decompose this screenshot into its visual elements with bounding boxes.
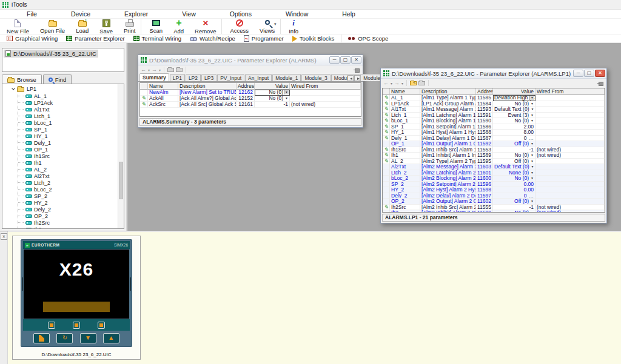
value-cell[interactable]: None (0)	[493, 170, 535, 176]
parameter-row[interactable]: NewAlm [New Alarm] Set to TRUE or 12162 …	[140, 90, 361, 96]
panel-grip[interactable]: ✕	[0, 231, 8, 364]
value-cell[interactable]: 0	[493, 136, 535, 142]
parameter-row[interactable]: SP_1 [Alm1 Setpoint] Alarm 1 Setp 11586 …	[383, 124, 605, 130]
toolbar-button[interactable]: Load	[70, 19, 94, 34]
menu-item[interactable]: File	[10, 10, 54, 18]
toolbar-button[interactable]: New File	[1, 19, 35, 34]
parameter-row[interactable]: SP_2 [Alm2 Setpoint] Alarm 2 Setp 11596 …	[383, 182, 605, 188]
toolbar-button[interactable]: Save	[94, 19, 118, 34]
parameter-row[interactable]: OP_1 [Alm1 Output] Alarm 1 Outpu 11592 O…	[383, 141, 605, 147]
tree-item[interactable]: AL_1	[18, 93, 118, 99]
tree-item[interactable]: Ih2	[18, 226, 118, 229]
forward-dropdown[interactable]: ▾	[401, 81, 403, 85]
parameter-row[interactable]: LP1Ack [LP1 Ack] Group Alarm Ackn 11584 …	[383, 101, 605, 107]
tree-item[interactable]: HY_2	[18, 199, 118, 206]
tab-scroll-right[interactable]	[354, 75, 360, 81]
back-button[interactable]: ←	[383, 80, 389, 86]
block-tab[interactable]: LP1	[170, 74, 185, 81]
menu-item[interactable]: Help	[325, 10, 372, 18]
back-dropdown[interactable]: ▾	[148, 68, 150, 72]
tree-item[interactable]: Ih2Src	[18, 219, 118, 226]
tool-button[interactable]: Watch/Recipe	[186, 35, 240, 42]
indicator-button-1[interactable]	[48, 322, 55, 329]
parameter-row[interactable]: bLoc_2 [Alm2 Blocking] Alarm 2 Bloc 1160…	[383, 176, 605, 182]
value-cell[interactable]: Deviation High (17)	[493, 95, 535, 101]
value-cell[interactable]: -1	[255, 102, 290, 108]
tree-item[interactable]: AL_2	[18, 166, 118, 173]
block-tab[interactable]: Summary	[139, 73, 169, 81]
tree-item[interactable]: Al1Txt	[18, 106, 118, 113]
tree-root-lp1[interactable]: LP1	[12, 85, 118, 93]
close-panel-button[interactable]: ✕	[1, 233, 7, 240]
sidebar-tab[interactable]: Browse	[2, 74, 42, 84]
minimize-button[interactable]: ─	[329, 56, 340, 64]
value-cell[interactable]: No (0)	[493, 101, 535, 107]
value-cell[interactable]: 0	[493, 193, 535, 199]
menu-item[interactable]: Options	[213, 10, 269, 18]
tree-item[interactable]: bLoc_1	[18, 119, 118, 126]
tree-item[interactable]: Ih1Src	[18, 153, 118, 159]
value-cell[interactable]: Default Text (0)	[493, 164, 535, 170]
parameter-row[interactable]: Ih1 [Alm1 Inhibit] Alarm 1 Inhibit 11589…	[383, 153, 605, 159]
tree-item[interactable]: Ltch_1	[18, 113, 118, 119]
parameter-row[interactable]: Ltch_2 [Alm2 Latching] Alarm 2 Latc 1160…	[383, 170, 605, 176]
block-tab[interactable]: Module_3	[301, 74, 330, 81]
value-cell[interactable]: 0.00	[493, 187, 535, 193]
value-cell[interactable]: Off (0)	[493, 199, 535, 205]
value-cell[interactable]: No (0)	[255, 96, 290, 102]
tree-scrollbar[interactable]	[118, 84, 124, 228]
tree-item[interactable]: bLoc_2	[18, 186, 118, 193]
value-cell[interactable]: 8.00	[493, 130, 535, 136]
value-cell[interactable]: Event (3)	[493, 113, 535, 119]
value-cell[interactable]: No (0)	[255, 90, 290, 96]
block-tab[interactable]: LP2	[186, 74, 201, 81]
parameter-row[interactable]: Ih2 [Alm2 Inhibit] Alarm 2 Inhibit 11599…	[383, 210, 605, 213]
parameter-row[interactable]: HY_1 [Alm1 Hyst] Alarm 1 Hysteres 11588 …	[383, 130, 605, 136]
tree-scrollbar-thumb[interactable]	[119, 162, 123, 199]
tree-item[interactable]: OP_1	[18, 146, 118, 153]
back-dropdown[interactable]: ▾	[391, 81, 392, 85]
value-cell[interactable]: No (0)	[493, 153, 535, 159]
parameter-row[interactable]: Ih2Src [Alm2 Inhib Src] Alarm 2 Inhi 115…	[383, 205, 605, 211]
folder-up-button[interactable]	[167, 68, 174, 72]
down-key-button[interactable]: ▼	[80, 333, 96, 343]
tool-button[interactable]: Programmer	[240, 35, 288, 42]
toolbar-button[interactable]: Add	[168, 19, 189, 34]
forward-button[interactable]: →	[394, 80, 400, 86]
parameter-row[interactable]: AckAll [Ack All Alms?] Global Ack 12152 …	[140, 96, 361, 102]
up-key-button[interactable]: ▲	[103, 333, 119, 343]
tree-item[interactable]: SP_2	[18, 193, 118, 199]
device-faceplate[interactable]: e EUROTHERM SIMX26 X26 ↻ ▼ ▲	[21, 239, 132, 347]
tree-item[interactable]: Dely_2	[18, 206, 118, 213]
forward-dropdown[interactable]: ▾	[159, 68, 161, 72]
indicator-button-3[interactable]	[98, 322, 105, 329]
window-title-bar[interactable]: D:\Downloads\f-35 23_6_22.UIC - Paramete…	[138, 55, 363, 65]
tree-item[interactable]: Ih1	[18, 159, 118, 166]
parameter-row[interactable]: Dely_2 [Alm2 Delay] Alarm 2 Delay 11597 …	[383, 193, 605, 199]
tree-item[interactable]: HY_1	[18, 133, 118, 139]
tree-item[interactable]: Ltch_2	[18, 179, 118, 186]
tool-button[interactable]: Graphical Wiring	[2, 35, 62, 42]
tool-button[interactable]: Toolkit Blocks	[288, 35, 342, 42]
tree-item[interactable]: OP_2	[18, 213, 118, 219]
parameter-row[interactable]: AL_1 [Alm1 Type] Alarm 1 Type 11585 Devi…	[383, 95, 605, 101]
pin-icon[interactable]	[354, 67, 360, 73]
minimize-button[interactable]: ─	[573, 70, 583, 77]
menu-item[interactable]: View	[165, 10, 213, 18]
block-tab[interactable]: PV_Input	[217, 74, 244, 81]
tool-button[interactable]: Parameter Explorer	[62, 35, 129, 42]
parameter-row[interactable]: bLoc_1 [Alm1 Blocking] Alarm 1 Bloc 1159…	[383, 118, 605, 124]
parameter-row[interactable]: AckSrc [Ack All Src] Global Ack Sou 1216…	[140, 102, 361, 108]
toolbar-button[interactable]: Views	[254, 19, 281, 34]
page-key-button[interactable]	[33, 333, 50, 343]
tab-scroll-left[interactable]	[347, 75, 354, 81]
value-cell[interactable]: Off (0)	[493, 159, 535, 165]
value-cell[interactable]: No (0)	[493, 118, 535, 124]
parameter-row[interactable]: HY_2 [Alm2 Hyst] Alarm 2 Hysteres 11598 …	[383, 187, 605, 193]
chevron-down-icon[interactable]	[12, 87, 15, 90]
parameter-row[interactable]: Ih1Src [Alm1 Inhib Src] Alarm 1 Inhi 115…	[383, 147, 605, 153]
forward-button[interactable]: →	[152, 67, 157, 73]
menu-item[interactable]: Window	[269, 10, 325, 18]
maximize-button[interactable]: ▢	[584, 70, 594, 77]
value-cell[interactable]: 0.00	[493, 182, 535, 188]
